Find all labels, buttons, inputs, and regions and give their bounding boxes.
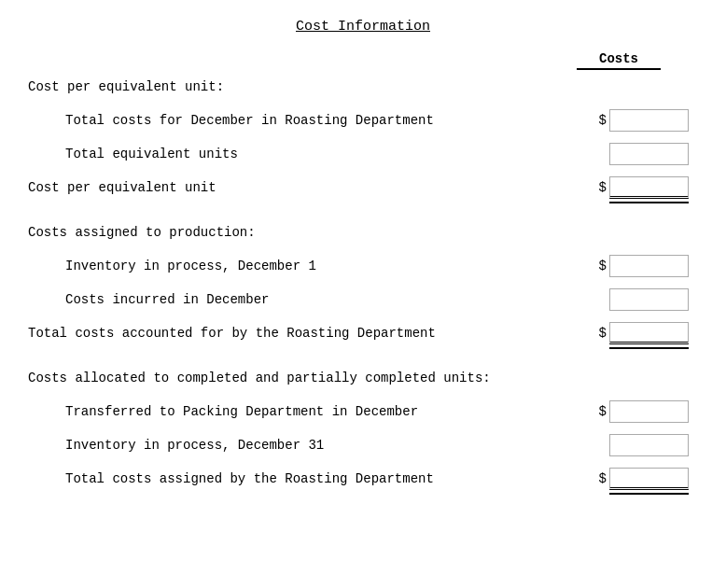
total-costs-december-row: Total costs for December in Roasting Dep…	[28, 107, 698, 133]
inventory-in-process-dec1-input-cell: $	[577, 255, 698, 277]
cost-per-equiv-unit-input[interactable]	[609, 176, 689, 199]
costs-incurred-december-row: Costs incurred in December	[28, 287, 698, 313]
inventory-in-process-dec31-input[interactable]	[609, 434, 689, 456]
total-equivalent-units-input-cell	[577, 143, 698, 165]
total-equivalent-units-input[interactable]	[609, 143, 689, 165]
total-costs-assigned-input-cell: $	[577, 468, 698, 490]
transferred-packing-dec-row: Transferred to Packing Department in Dec…	[28, 399, 698, 425]
page-title: Cost Information	[28, 19, 698, 35]
total-costs-accounted-dollar-sign: $	[599, 326, 607, 341]
transferred-packing-dec-label: Transferred to Packing Department in Dec…	[28, 404, 577, 419]
cost-per-equiv-unit-input-cell: $	[577, 176, 698, 199]
total-costs-december-input[interactable]	[609, 109, 689, 132]
total-equivalent-units-row: Total equivalent units	[28, 141, 698, 167]
total-costs-assigned-label: Total costs assigned by the Roasting Dep…	[28, 471, 577, 486]
costs-allocated-label-row: Costs allocated to completed and partial…	[28, 365, 698, 391]
total-costs-accounted-input-cell: $	[577, 322, 698, 344]
cost-per-equiv-unit-label-label: Cost per equivalent unit:	[28, 79, 698, 94]
costs-assigned-label-label: Costs assigned to production:	[28, 225, 698, 240]
cost-per-equiv-unit-row: Cost per equivalent unit$	[28, 175, 698, 201]
total-costs-december-label: Total costs for December in Roasting Dep…	[28, 113, 577, 128]
total-costs-assigned-input[interactable]	[609, 468, 689, 490]
costs-column-header: Costs	[577, 51, 661, 70]
total-costs-accounted-row: Total costs accounted for by the Roastin…	[28, 320, 698, 346]
costs-incurred-december-input[interactable]	[609, 288, 689, 311]
cost-per-equiv-unit-label-row: Cost per equivalent unit:	[28, 74, 698, 100]
costs-allocated-label-label: Costs allocated to completed and partial…	[28, 371, 698, 385]
total-costs-december-input-cell: $	[577, 109, 698, 132]
inventory-in-process-dec1-label: Inventory in process, December 1	[28, 259, 577, 273]
inventory-in-process-dec31-row: Inventory in process, December 31	[28, 432, 698, 458]
inventory-in-process-dec31-input-cell	[577, 434, 698, 456]
inventory-in-process-dec31-label: Inventory in process, December 31	[28, 438, 577, 453]
transferred-packing-dec-input-cell: $	[577, 400, 698, 423]
transferred-packing-dec-input[interactable]	[609, 400, 689, 423]
total-costs-accounted-label: Total costs accounted for by the Roastin…	[28, 326, 577, 341]
total-equivalent-units-label: Total equivalent units	[28, 147, 577, 161]
total-costs-assigned-dollar-sign: $	[599, 471, 607, 486]
total-costs-assigned-row: Total costs assigned by the Roasting Dep…	[28, 466, 698, 492]
inventory-in-process-dec1-row: Inventory in process, December 1$	[28, 253, 698, 279]
inventory-in-process-dec1-dollar-sign: $	[599, 259, 607, 273]
inventory-in-process-dec1-input[interactable]	[609, 255, 689, 277]
cost-per-equiv-unit-dollar-sign: $	[599, 180, 607, 195]
costs-assigned-label-row: Costs assigned to production:	[28, 219, 698, 245]
costs-incurred-december-input-cell	[577, 288, 698, 311]
transferred-packing-dec-dollar-sign: $	[599, 404, 607, 419]
costs-incurred-december-label: Costs incurred in December	[28, 292, 577, 307]
total-costs-accounted-input[interactable]	[609, 322, 689, 344]
total-costs-december-dollar-sign: $	[599, 113, 607, 128]
cost-per-equiv-unit-label: Cost per equivalent unit	[28, 180, 577, 195]
